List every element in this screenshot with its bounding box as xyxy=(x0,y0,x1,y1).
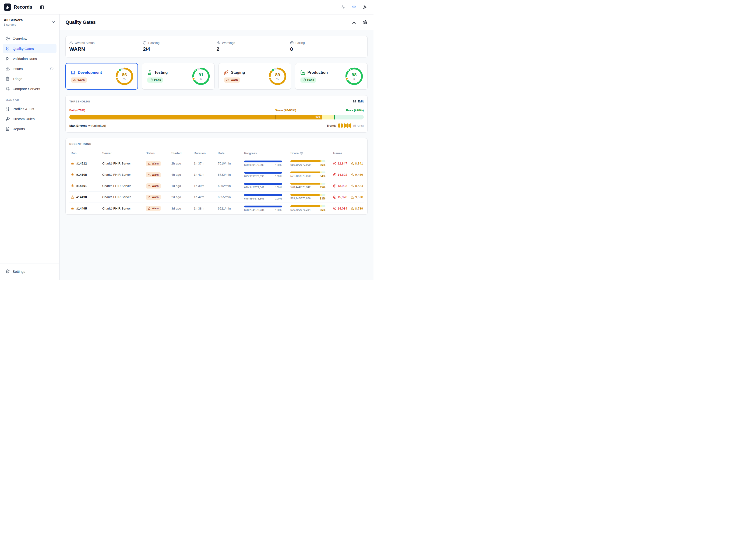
trend-bar xyxy=(349,124,351,128)
progress-meter: 678,856/678,856 100% xyxy=(244,194,282,200)
sidebar-item-settings[interactable]: Settings xyxy=(3,267,56,276)
score-percent: 85% xyxy=(320,208,326,212)
status-badge: Warn xyxy=(146,195,161,200)
alert-triangle-icon xyxy=(148,162,151,165)
summary-item-value: WARN xyxy=(69,46,143,52)
download-icon[interactable] xyxy=(352,20,356,25)
server-name: Charité FHIR Server xyxy=(102,173,146,177)
gear-icon xyxy=(353,100,356,103)
status-badge: Pass xyxy=(147,77,163,83)
edit-thresholds-button[interactable]: Edit xyxy=(353,100,364,103)
progress-count: 679,342/679,342 xyxy=(244,186,264,189)
table-row[interactable]: #14501 Charité FHIR Server Warn 1d ago 1… xyxy=(69,180,364,192)
sidebar-item-validation-runs[interactable]: Validation Runs xyxy=(3,54,56,63)
progress-meter: 678,234/678,234 100% xyxy=(244,206,282,211)
max-errors-value: ∞ (unlimited) xyxy=(88,124,106,127)
table-row[interactable]: #14495 Charité FHIR Server Warn 3d ago 1… xyxy=(69,203,364,214)
page-header: Quality Gates xyxy=(59,15,374,30)
started-value: 1d ago xyxy=(171,184,194,188)
alert-triangle-icon xyxy=(351,184,354,188)
col-progress: Progress xyxy=(244,152,290,155)
summary-item: Failing 0 xyxy=(290,41,364,52)
warning-count: 8,534 xyxy=(355,184,363,188)
score-percent-sign: % xyxy=(123,77,126,80)
trend: Trend: (5 runs) xyxy=(327,124,364,128)
score-count: 585,599/679,999 xyxy=(290,163,310,167)
activity-icon[interactable] xyxy=(341,5,345,9)
warn-threshold-tick xyxy=(276,115,276,119)
gear-icon xyxy=(6,269,10,273)
table-row[interactable]: #14498 Charité FHIR Server Warn 2d ago 1… xyxy=(69,192,364,203)
score-meter: 585,599/679,999 86% xyxy=(290,160,326,167)
trend-bar xyxy=(341,124,343,128)
started-value: 3d ago xyxy=(171,207,194,210)
sun-icon[interactable] xyxy=(363,5,367,9)
x-circle-icon xyxy=(333,207,336,210)
environment-card-testing[interactable]: Testing Pass 91 % xyxy=(142,63,214,89)
duration-value: 1h 41m xyxy=(194,173,218,177)
sidebar-footer: Settings xyxy=(0,263,59,280)
progress-meter: 679,999/679,999 100% xyxy=(244,172,282,178)
gear-icon[interactable] xyxy=(363,20,367,25)
app-name: Records xyxy=(14,4,32,10)
sidebar-item-profiles-igs[interactable]: Profiles & IGs xyxy=(3,104,56,113)
environment-name: Development xyxy=(78,70,102,75)
score-ring: 91 % xyxy=(192,67,210,85)
shield-check-icon xyxy=(6,47,10,51)
alert-triangle-icon xyxy=(351,162,354,165)
server-selector-title: All Servers xyxy=(4,18,23,22)
status-badge: Warn xyxy=(146,172,161,177)
thresholds-card: THRESHOLDS Edit Fail (<70%) Warn (70-90%… xyxy=(66,95,368,133)
git-compare-icon xyxy=(6,86,10,91)
threshold-current-label: 86% xyxy=(315,115,320,119)
score-count: 571,199/679,999 xyxy=(290,175,310,178)
status-badge-label: Warn xyxy=(152,173,159,177)
score-percent: 85% xyxy=(320,186,326,189)
fail-threshold-label: Fail (<70%) xyxy=(69,108,85,112)
panel-left-icon[interactable] xyxy=(40,5,44,9)
environment-card-production[interactable]: Production Pass 98 % xyxy=(295,63,368,89)
trend-bars xyxy=(338,124,351,128)
environment-card-staging[interactable]: Staging Warn 89 % xyxy=(218,63,291,89)
sidebar-item-triage[interactable]: Triage xyxy=(3,74,56,83)
table-row[interactable]: #14508 Charité FHIR Server Warn 4h ago 1… xyxy=(69,169,364,180)
score-ring: 89 % xyxy=(268,67,287,85)
edit-label: Edit xyxy=(358,100,364,103)
max-errors-label: Max Errors: xyxy=(69,124,87,127)
manage-section-label: MANAGE xyxy=(6,99,56,102)
sidebar-item-overview[interactable]: Overview xyxy=(3,34,56,43)
help-circle-icon[interactable] xyxy=(300,152,303,155)
summary-item-label: Failing xyxy=(295,41,305,45)
server-selector[interactable]: All Servers 8 servers xyxy=(0,15,59,30)
environment-cards: Development Warn 86 % xyxy=(66,63,368,89)
warn-threshold-label: Warn (70-90%) xyxy=(276,108,296,112)
started-value: 2d ago xyxy=(171,195,194,199)
col-rate: Rate xyxy=(218,152,244,155)
file-text-icon xyxy=(6,127,10,131)
alert-triangle-icon xyxy=(216,41,220,45)
wifi-icon[interactable] xyxy=(352,5,356,9)
sidebar-item-custom-rules[interactable]: Custom Rules xyxy=(3,114,56,124)
score-percent: 83% xyxy=(320,197,326,200)
progress-percent: 100% xyxy=(275,209,282,211)
alert-triangle-icon xyxy=(148,174,151,176)
sidebar-item-reports[interactable]: Reports xyxy=(3,124,56,133)
trend-bar xyxy=(344,124,346,128)
status-badge: Warn xyxy=(71,77,87,83)
environment-card-development[interactable]: Development Warn 86 % xyxy=(66,63,138,89)
summary-card: Overall Status WARN Passing 2/4 Warnings… xyxy=(66,36,368,57)
laptop-icon xyxy=(71,70,75,75)
sidebar-item-issues[interactable]: Issues xyxy=(3,64,56,73)
sidebar-item-label: Quality Gates xyxy=(12,47,34,51)
threshold-labels: Fail (<70%) Warn (70-90%) Pass (≥90%) xyxy=(69,108,364,112)
check-circle-icon xyxy=(150,78,153,81)
warning-count: 8,789 xyxy=(355,207,363,210)
sidebar-item-quality-gates[interactable]: Quality Gates xyxy=(3,44,56,53)
table-row[interactable]: #14512 Charité FHIR Server Warn 2h ago 1… xyxy=(69,158,364,169)
x-circle-icon xyxy=(290,41,294,45)
summary-item-label: Passing xyxy=(148,41,159,45)
sidebar-item-compare-servers[interactable]: Compare Servers xyxy=(3,84,56,93)
progress-meter: 679,999/679,999 100% xyxy=(244,161,282,166)
alert-triangle-icon xyxy=(148,185,151,187)
alert-triangle-icon xyxy=(73,78,76,81)
